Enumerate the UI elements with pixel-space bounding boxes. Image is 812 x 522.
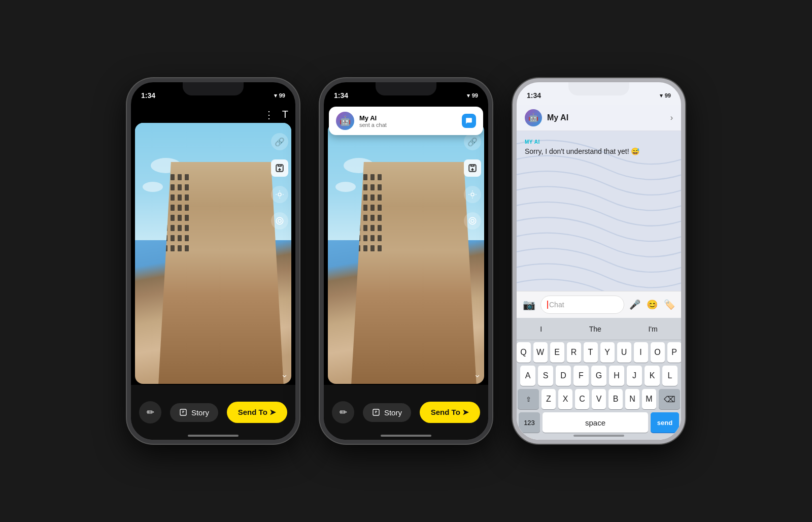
key-j[interactable]: J — [627, 366, 642, 386]
key-g[interactable]: G — [591, 366, 606, 386]
svg-point-7 — [469, 217, 476, 224]
key-y[interactable]: Y — [600, 342, 615, 363]
key-f[interactable]: F — [573, 366, 589, 386]
key-send[interactable]: send — [651, 412, 679, 433]
mic-btn[interactable]: 🎤 — [663, 437, 676, 440]
key-r[interactable]: R — [567, 342, 581, 363]
home-indicator-3 — [573, 435, 624, 437]
key-h[interactable]: H — [609, 366, 624, 386]
key-t[interactable]: T — [584, 342, 598, 363]
key-e[interactable]: E — [550, 342, 564, 363]
save-icon-btn[interactable] — [271, 159, 288, 177]
keyboard-row-3: ⇧ Z X C V B N M ⌫ — [519, 389, 679, 409]
key-d[interactable]: D — [556, 366, 571, 386]
emoji-btn[interactable]: 😊 — [522, 437, 534, 440]
mic-icon[interactable]: 🎤 — [629, 299, 640, 310]
more-icon[interactable]: ⋮ — [264, 109, 274, 121]
key-m[interactable]: M — [642, 389, 656, 409]
key-delete[interactable]: ⌫ — [659, 389, 680, 409]
snap-bottom-bar-2: ✏ Story Send To ➤ — [324, 385, 488, 440]
key-o[interactable]: O — [651, 342, 665, 363]
key-v[interactable]: V — [592, 389, 606, 409]
chat-name: My AI — [547, 113, 665, 122]
key-p[interactable]: P — [667, 342, 682, 363]
volume-down-button-2 — [320, 156, 321, 175]
wifi-icon-3: ▾ — [660, 92, 663, 99]
key-send-label: send — [657, 419, 672, 427]
notif-chat-icon — [462, 114, 476, 128]
key-q[interactable]: Q — [517, 342, 531, 363]
lens-icon-btn-2[interactable] — [464, 186, 481, 203]
link-icon-btn[interactable]: 🔗 — [271, 133, 288, 150]
notch-2 — [376, 82, 436, 95]
edit-button-2[interactable]: ✏ — [332, 401, 354, 423]
send-to-label: Send To ➤ — [238, 408, 276, 417]
battery-icon-3: 99 — [665, 92, 671, 99]
key-i[interactable]: I — [634, 342, 648, 363]
power-button-3 — [684, 143, 685, 174]
notif-content: My AI sent a chat — [359, 114, 457, 128]
suggestion-i[interactable]: I — [540, 325, 542, 333]
chat-input-icons: 🎤 😊 🏷️ — [629, 299, 675, 310]
key-z[interactable]: Z — [542, 389, 556, 409]
story-button[interactable]: Story — [170, 403, 218, 422]
snap-photo-2 — [328, 123, 484, 384]
story-icon-2 — [372, 408, 380, 416]
home-indicator — [188, 435, 239, 437]
key-c[interactable]: C — [575, 389, 589, 409]
key-123-label: 123 — [524, 419, 535, 427]
sticker-icon-btn-2[interactable] — [464, 212, 481, 230]
key-k[interactable]: K — [645, 366, 660, 386]
keyboard-row-2: A S D F G H J K L — [519, 366, 679, 386]
keyboard-suggestions: I The I'm — [517, 318, 681, 340]
camera-icon[interactable]: 📷 — [523, 299, 535, 311]
sticker-icon-btn[interactable] — [271, 212, 288, 230]
key-space[interactable]: space — [543, 412, 648, 433]
send-to-button-2[interactable]: Send To ➤ — [420, 402, 480, 423]
key-b[interactable]: B — [608, 389, 623, 409]
key-x[interactable]: X — [558, 389, 572, 409]
suggestion-the[interactable]: The — [589, 325, 601, 333]
snap-right-icons: 🔗 — [271, 133, 288, 230]
notif-title: My AI — [359, 114, 457, 122]
key-w[interactable]: W — [533, 342, 548, 363]
building-windows — [158, 162, 283, 384]
lens-icon-btn[interactable] — [271, 186, 288, 203]
key-123[interactable]: 123 — [519, 412, 540, 433]
key-a[interactable]: A — [520, 366, 535, 386]
text-icon[interactable]: T — [282, 109, 288, 121]
link-icon-btn-2[interactable]: 🔗 — [464, 133, 481, 150]
chevron-down-icon-2: ⌄ — [473, 369, 481, 380]
sticker-icon[interactable]: 🏷️ — [664, 299, 675, 310]
pencil-icon-2: ✏ — [340, 407, 347, 418]
notch — [183, 82, 244, 95]
key-l[interactable]: L — [662, 366, 678, 386]
emoji-icon[interactable]: 😊 — [647, 299, 658, 310]
chevron-down-icon: ⌄ — [281, 369, 288, 380]
key-u[interactable]: U — [617, 342, 631, 363]
notification-banner[interactable]: 🤖 My AI sent a chat — [329, 107, 483, 135]
save-icon-btn-2[interactable] — [464, 159, 481, 177]
svg-point-6 — [471, 193, 474, 196]
snap-right-icons-2: 🔗 — [464, 133, 481, 230]
power-button-2 — [491, 143, 492, 174]
keyboard-bottom-row: 123 space send — [517, 412, 681, 433]
svg-point-3 — [278, 219, 281, 222]
keyboard-rows: Q W E R T Y U I O P A S — [517, 340, 681, 409]
suggestion-im[interactable]: I'm — [648, 325, 657, 333]
pencil-icon: ✏ — [147, 407, 154, 418]
edit-button[interactable]: ✏ — [139, 401, 161, 423]
send-to-button[interactable]: Send To ➤ — [227, 402, 287, 423]
key-s[interactable]: S — [538, 366, 553, 386]
chat-chevron-icon[interactable]: › — [670, 113, 673, 122]
story-button-2[interactable]: Story — [363, 403, 411, 422]
key-shift[interactable]: ⇧ — [518, 389, 539, 409]
input-placeholder: Chat — [549, 301, 564, 309]
volume-up-button-3 — [513, 133, 514, 151]
input-cursor — [547, 301, 548, 309]
phone-1-screen: 1:34 ▾ 99 ⋮ T — [131, 82, 295, 440]
volume-down-button-3 — [513, 156, 514, 175]
ai-message-bubble: Sorry, I don't understand that yet! 😅 — [525, 147, 651, 157]
key-n[interactable]: N — [625, 389, 639, 409]
chat-input[interactable]: Chat — [540, 296, 624, 314]
